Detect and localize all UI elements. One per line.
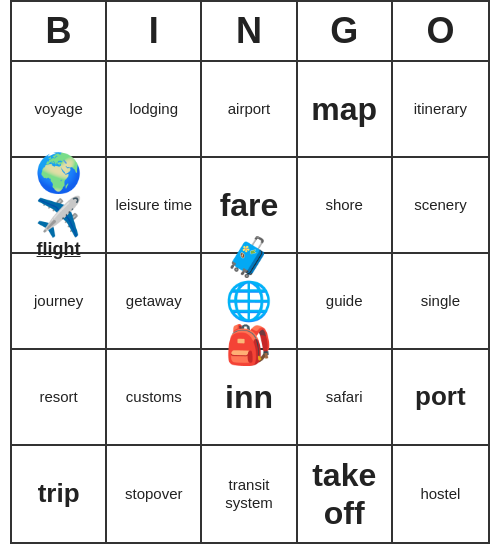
cell-text: voyage [34, 100, 82, 118]
bingo-cell: safari [298, 350, 393, 446]
header-letter: O [393, 2, 488, 60]
cell-text: take off [304, 456, 385, 533]
bingo-card: BINGO voyagelodgingairportmapitinerary 🌍… [10, 0, 490, 544]
bingo-cell: shore [298, 158, 393, 254]
cell-text: lodging [130, 100, 178, 118]
bingo-cell: guide [298, 254, 393, 350]
bingo-cell: lodging [107, 62, 202, 158]
cell-text: itinerary [414, 100, 467, 118]
bingo-cell: leisure time [107, 158, 202, 254]
bingo-cell: 🌍✈️ flight [12, 158, 107, 254]
bingo-cell: hostel [393, 446, 488, 542]
header-letter: I [107, 2, 202, 60]
bingo-cell: resort [12, 350, 107, 446]
globe-plane-icon: 🌍✈️ [18, 151, 99, 239]
cell-text: getaway [126, 292, 182, 310]
bingo-grid: voyagelodgingairportmapitinerary 🌍✈️ fli… [12, 62, 488, 542]
cell-text: single [421, 292, 460, 310]
bingo-cell: transit system [202, 446, 297, 542]
cell-text: journey [34, 292, 83, 310]
bingo-cell: itinerary [393, 62, 488, 158]
bingo-cell: port [393, 350, 488, 446]
cell-text: resort [39, 388, 77, 406]
cell-text: transit system [208, 476, 289, 512]
bingo-cell: inn [202, 350, 297, 446]
bingo-cell: voyage [12, 62, 107, 158]
luggage-icon: 🧳🌐🎒 [208, 235, 289, 367]
bingo-cell: journey [12, 254, 107, 350]
bingo-cell: stopover [107, 446, 202, 542]
cell-text: inn [225, 378, 273, 416]
bingo-cell: take off [298, 446, 393, 542]
cell-text: trip [38, 478, 80, 509]
cell-text: customs [126, 388, 182, 406]
cell-text: stopover [125, 485, 183, 503]
bingo-cell: airport [202, 62, 297, 158]
bingo-header: BINGO [12, 2, 488, 62]
cell-text: safari [326, 388, 363, 406]
header-letter: N [202, 2, 297, 60]
cell-text: port [415, 381, 466, 412]
cell-text: map [311, 90, 377, 128]
bingo-cell: scenery [393, 158, 488, 254]
cell-text: guide [326, 292, 363, 310]
bingo-cell: 🧳🌐🎒 [202, 254, 297, 350]
bingo-cell: getaway [107, 254, 202, 350]
bingo-cell: trip [12, 446, 107, 542]
flight-cell: 🌍✈️ flight [18, 151, 99, 260]
cell-text: airport [228, 100, 271, 118]
header-letter: B [12, 2, 107, 60]
cell-text: fare [220, 186, 279, 224]
bingo-cell: map [298, 62, 393, 158]
bingo-cell: customs [107, 350, 202, 446]
header-letter: G [298, 2, 393, 60]
cell-text: scenery [414, 196, 467, 214]
bingo-cell: single [393, 254, 488, 350]
cell-text: hostel [420, 485, 460, 503]
cell-text: leisure time [115, 196, 192, 214]
cell-text: shore [325, 196, 363, 214]
